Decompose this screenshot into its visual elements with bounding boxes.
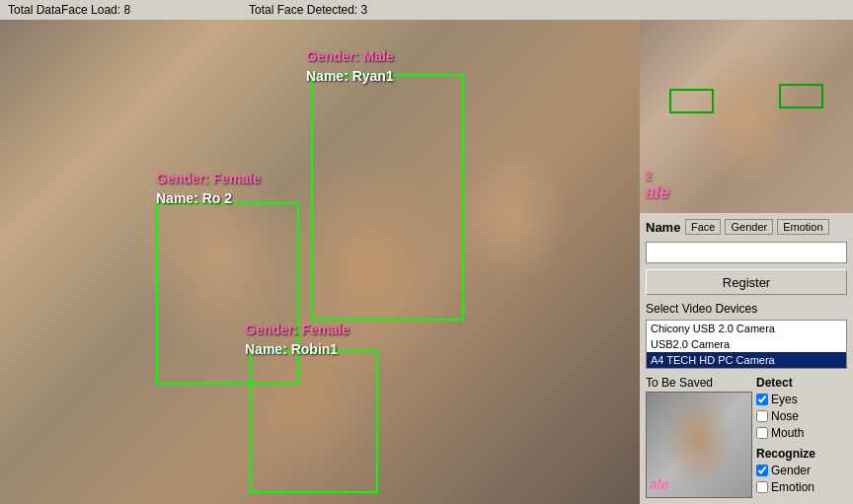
detect-eyes-row[interactable]: Eyes <box>756 393 815 406</box>
video-devices-label: Select Video Devices <box>646 302 847 316</box>
preview-overlay-text2: 2 <box>645 169 652 183</box>
to-be-saved-label: To Be Saved <box>646 376 752 390</box>
face-preview-image: ale 2 <box>640 20 853 213</box>
video-option-0[interactable]: Chicony USB 2.0 Camera <box>647 321 846 336</box>
register-button[interactable]: Register <box>646 269 847 295</box>
recognize-gender-label: Gender <box>771 464 811 477</box>
video-background <box>0 20 640 504</box>
tab-gender[interactable]: Gender <box>725 219 773 235</box>
name-input[interactable] <box>646 242 847 263</box>
bottom-section: To Be Saved ale Detect Eyes Nose <box>646 376 847 498</box>
video-panel: Gender: Male Name: Ryan1 Gender: Female … <box>0 20 640 504</box>
recognize-emotion-label: Emotion <box>771 480 814 494</box>
right-panel: ale 2 Name Face Gender Emotion Register … <box>640 20 853 504</box>
video-device-list: Chicony USB 2.0 Camera USB2.0 Camera A4 … <box>646 320 847 369</box>
recognize-gender-row[interactable]: Gender <box>756 464 815 477</box>
detect-nose-row[interactable]: Nose <box>756 409 815 423</box>
name-label: Name <box>646 220 681 235</box>
saved-overlay-text: ale <box>650 476 668 492</box>
recognize-emotion-checkbox[interactable] <box>756 481 768 493</box>
preview-eye-left-box <box>669 89 714 113</box>
detect-nose-label: Nose <box>771 409 799 423</box>
face-label-ryan: Gender: Male Name: Ryan1 <box>306 47 394 86</box>
main-area: Gender: Male Name: Ryan1 Gender: Female … <box>0 20 853 504</box>
detect-mouth-label: Mouth <box>771 426 804 440</box>
detect-section: Detect Eyes Nose Mouth Recognize <box>756 376 815 498</box>
face-preview: ale 2 <box>640 20 853 213</box>
face-label-ro2: Gender: Female Name: Ro 2 <box>156 170 261 208</box>
to-be-saved-section: To Be Saved ale <box>646 376 752 498</box>
preview-eye-right-box <box>779 84 823 108</box>
saved-preview: ale <box>646 392 752 498</box>
top-bar: Total DataFace Load: 8 Total Face Detect… <box>0 0 853 20</box>
detect-nose-checkbox[interactable] <box>756 410 768 422</box>
detect-eyes-label: Eyes <box>771 393 798 406</box>
detect-mouth-row[interactable]: Mouth <box>756 426 815 440</box>
recognize-emotion-row[interactable]: Emotion <box>756 480 815 494</box>
recognize-gender-checkbox[interactable] <box>756 465 768 476</box>
name-row: Name Face Gender Emotion <box>646 219 847 235</box>
preview-overlay-text: ale <box>645 182 669 203</box>
detect-eyes-checkbox[interactable] <box>756 394 768 405</box>
face-detected-text: Total Face Detected: 3 <box>249 3 367 17</box>
tab-face[interactable]: Face <box>685 219 721 235</box>
face-label-robin: Gender: Female Name: Robin1 <box>245 321 349 359</box>
video-option-1[interactable]: USB2.0 Camera <box>647 336 846 352</box>
video-option-2[interactable]: A4 TECH HD PC Camera <box>647 352 846 368</box>
dataface-load-text: Total DataFace Load: 8 <box>8 3 130 17</box>
tab-emotion[interactable]: Emotion <box>777 219 828 235</box>
detect-mouth-checkbox[interactable] <box>756 427 768 439</box>
controls-area: Name Face Gender Emotion Register Select… <box>640 213 853 504</box>
recognize-label: Recognize <box>756 447 815 461</box>
detect-label: Detect <box>756 376 815 390</box>
